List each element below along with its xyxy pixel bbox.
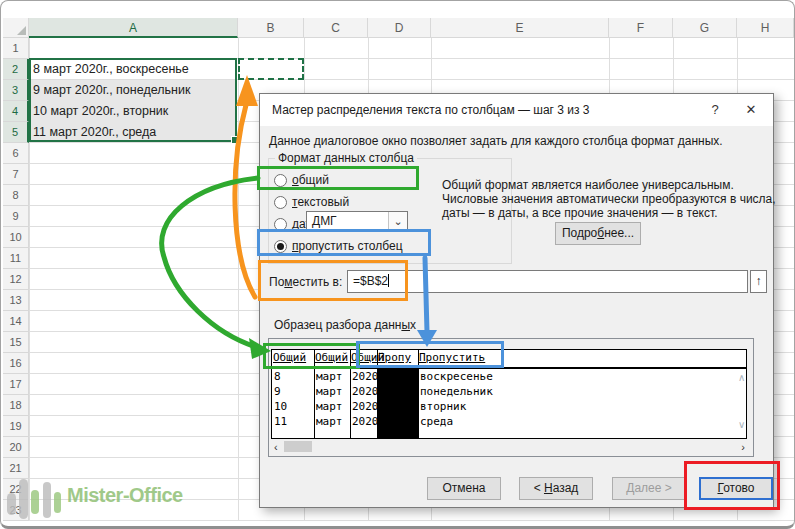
help-icon[interactable]: ? [706,94,724,126]
preview-cell: вторник [420,400,466,413]
equalizer-bar [31,490,39,514]
row-header-2[interactable]: 2 [3,59,29,80]
back-button[interactable]: < Назад [519,477,593,500]
preview-skipped-column-highlight[interactable] [378,369,418,438]
column-header-h[interactable]: H [737,18,794,38]
general-format-description: Общий формат является наиболее универсал… [442,178,776,220]
column-header-c[interactable]: C [304,18,368,38]
equalizer-bar [43,482,51,518]
scroll-right-icon[interactable]: › [741,440,745,454]
row-header-5[interactable]: 5 [3,122,29,143]
preview-cell: 9 [274,385,281,398]
dialog-title: Мастер распределения текста по столбцам … [272,94,590,126]
preview-cell: . [371,400,378,413]
dialog-titlebar[interactable]: Мастер распределения текста по столбцам … [260,94,773,126]
row-header-4[interactable]: 4 [3,101,29,122]
watermark-text: Mister-Office [67,484,183,507]
orange-highlight-destination [258,260,408,301]
preview-cell: воскресенье [420,370,493,383]
row-header-8[interactable]: 8 [3,185,29,206]
row-header-11[interactable]: 11 [3,248,29,269]
gridline [238,38,239,521]
dialog-description: Данное диалоговое окно позволяет задать … [269,134,723,148]
range-picker-button[interactable]: ↑ [750,270,767,293]
equalizer-bar [19,479,28,519]
green-highlight-general-radio [257,166,419,190]
collapse-dialog-icon: ↑ [756,274,762,288]
row-header-7[interactable]: 7 [3,164,29,185]
close-icon[interactable]: ✕ [741,94,761,126]
preview-horizontal-scrollbar[interactable]: ‹ › [271,440,751,454]
row-header-17[interactable]: 17 [3,374,29,395]
select-all-corner[interactable] [3,18,29,38]
column-header-g[interactable]: G [673,18,737,38]
row-header-16[interactable]: 16 [3,353,29,374]
screenshot-frame: ABCDEFGH 1234567891011121314151617181920… [0,0,795,529]
blue-highlight-skip-radio [257,229,431,256]
column-header-b[interactable]: B [238,18,304,38]
row-header-13[interactable]: 13 [3,290,29,311]
row-header-10[interactable]: 10 [3,227,29,248]
green-highlight-preview-headers [263,343,360,369]
preview-cell: март [316,415,343,428]
preview-cell: 10 [274,400,287,413]
blue-highlight-skip-headers [356,341,504,368]
row-header-6[interactable]: 6 [3,143,29,164]
red-highlight-finish-button [684,461,780,510]
row-header-19[interactable]: 19 [3,416,29,437]
row-header-18[interactable]: 18 [3,395,29,416]
preview-cell: . [371,370,378,383]
preview-cell: март [316,385,343,398]
row-header-3[interactable]: 3 [3,80,29,101]
fill-handle[interactable] [231,136,239,144]
preview-cell: среда [420,415,453,428]
equalizer-bar [54,492,61,513]
more-details-button[interactable]: Подробнее... [555,222,641,245]
scroll-left-icon[interactable]: ‹ [274,440,278,454]
row-header-14[interactable]: 14 [3,311,29,332]
scroll-down-icon[interactable]: ∨ [738,419,745,430]
column-header-f[interactable]: F [609,18,673,38]
preview-cell: . [371,415,378,428]
preview-cell: март [316,370,343,383]
row-header-12[interactable]: 12 [3,269,29,290]
preview-cell: понедельник [420,385,493,398]
row-header-9[interactable]: 9 [3,206,29,227]
preview-cell: 11 [274,415,287,428]
row-header-15[interactable]: 15 [3,332,29,353]
cancel-button[interactable]: Отмена [427,477,501,500]
column-header-a[interactable]: A [29,18,238,38]
row-header-1[interactable]: 1 [3,38,29,59]
data-preview-label: Образец разбора данных [274,318,416,332]
group-label: Формат данных столбца [275,151,417,165]
radio-text-label[interactable]: текстовый [292,195,349,209]
radio-text[interactable] [274,196,287,209]
row-header-20[interactable]: 20 [3,437,29,458]
selection-border-a2-a5[interactable] [29,58,237,142]
watermark: Mister-Office [5,473,225,525]
preview-cell: . [371,385,378,398]
column-header-d[interactable]: D [368,18,431,38]
next-button: Далее > [612,477,686,500]
scroll-up-icon[interactable]: ∧ [738,372,745,383]
marching-ants-b2[interactable] [238,58,304,80]
equalizer-bar [7,493,16,515]
scrollbar-thumb[interactable] [284,441,312,452]
column-header-e[interactable]: E [431,18,609,38]
preview-cell: 8 [274,370,281,383]
preview-cell: март [316,400,343,413]
